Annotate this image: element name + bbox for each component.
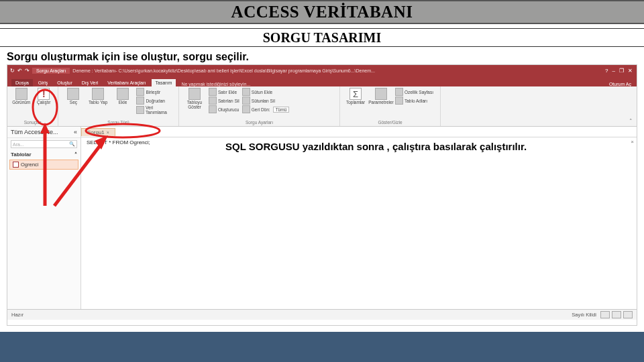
tablenames-button[interactable]: Tablo Adları [395,97,433,105]
context-tab-label: Sorgu Araçları [32,68,70,74]
view-label: Görünüm [12,101,30,105]
insert-rows-icon [209,88,217,96]
inscols-label: Sütun Ekle [252,90,272,95]
datadef-icon [136,106,144,114]
tab-disveri[interactable]: Dış Veri [78,79,103,86]
tablenames-icon [395,97,403,105]
delrows-label: Satırları Sil [218,99,239,103]
collapse-ribbon-icon[interactable]: ˄ [629,118,633,125]
builder-button[interactable]: Oluşturucu [209,105,239,113]
return-value: Tümü [273,107,290,113]
delete-cols-icon [242,97,250,105]
sql-editor[interactable]: SELECT * FROM Ogrenci; × [81,137,637,309]
return-select[interactable]: Geri Dön:Tümü [242,105,289,113]
return-icon [242,105,250,113]
tab-olustur[interactable]: Oluştur [53,79,76,86]
run-label: Çalıştır [37,101,51,105]
builder-icon [209,105,217,113]
window-help-icon[interactable]: ? [605,68,608,74]
passthrough-icon [136,97,144,105]
union-label: Birleştir [146,90,160,95]
doc-tab-close-icon[interactable]: × [107,130,109,135]
slide-title: ACCESS VERİTABANI [231,3,413,21]
showtable-label: Tabloyu Göster [183,101,206,110]
window-restore-icon[interactable]: ❐ [619,68,624,74]
delete-rows-icon [209,97,217,105]
passthrough-button[interactable]: Doğrudan [136,97,174,105]
nav-item-ogrenci[interactable]: Ogrenci [9,160,78,170]
group-querysetup-label: Sorgu Ayarları [183,120,335,125]
insert-cols-icon [242,88,250,96]
nav-category-tables[interactable]: Tablolar [11,152,32,158]
parameters-button[interactable]: Parametreler [370,88,392,105]
propsheet-label: Özellik Sayfası [405,90,433,95]
window-close-icon[interactable]: ✕ [628,68,633,74]
tab-tasarim[interactable]: Tasarım [152,79,176,86]
sign-in[interactable]: Oturum Aç [609,82,631,86]
tab-giris[interactable]: Giriş [34,79,52,86]
union-button[interactable]: Birleştir [136,88,174,96]
maketable-button[interactable]: Tablo Yap [87,88,109,105]
view-sqlview-icon[interactable] [600,311,610,318]
parameters-label: Parametreler [368,101,394,105]
slide-note: SQL SORGUSU yazıldıktan sonra , çalıştır… [225,141,527,152]
status-bar: Hazır Sayılı Kilidi [7,309,637,320]
propsheet-button[interactable]: Özellik Sayfası [395,88,433,96]
view-design-icon[interactable] [623,311,633,318]
nav-collapse-icon[interactable]: « [74,129,77,135]
run-icon: ! [38,88,50,100]
document-area: Sorgu1 × SELECT * FROM Ogrenci; × [81,127,637,309]
view-button[interactable]: Görünüm [11,88,32,105]
showtable-button[interactable]: Tabloyu Göster [183,88,206,110]
group-querytype-label: Sorgu Türü [62,120,174,125]
datadef-button[interactable]: Veri Tanımlama [136,105,174,115]
view-datasheet-icon[interactable] [612,311,621,318]
append-button[interactable]: Ekle [112,88,134,105]
totals-label: Toplamlar [346,101,365,105]
nav-category-chevron-icon[interactable]: ˄ [74,152,77,158]
totals-button[interactable]: ΣToplamlar [344,88,367,105]
status-left: Hazır [11,312,23,318]
run-button[interactable]: ! Çalıştır [34,88,54,105]
insrows-label: Satır Ekle [218,90,237,95]
group-results-label: Sonuçlar [11,120,54,125]
slide-subtitle: SORGU TASARIMI [263,30,382,46]
maketable-icon [92,88,104,100]
window-minimize-icon[interactable]: – [612,68,615,74]
nav-search-input[interactable]: Ara... [11,140,77,148]
ribbon-tabs: Dosya Giriş Oluştur Dış Veri Veritabanı … [7,76,637,86]
datadef-label: Veri Tanımlama [146,105,174,115]
propsheet-icon [395,88,403,96]
union-icon [136,88,144,96]
doc-tab-label: Sorgu1 [87,129,105,135]
delete-cols-button[interactable]: Sütunları Sil [242,97,289,105]
select-label: Seç [70,101,77,105]
view-icon [15,88,28,100]
tell-me[interactable]: Ne yapmak istediğinizi söyleyin... [181,82,250,86]
slide-subtitle-bar: SORGU TASARIMI [0,28,644,47]
tab-vtaraclari[interactable]: Veritabanı Araçları [103,79,150,86]
doc-tab-sorgu1[interactable]: Sorgu1 × [81,128,115,136]
delete-rows-button[interactable]: Satırları Sil [209,97,239,105]
qat-undo-icon[interactable]: ↶ [17,68,22,74]
qat-reload-icon[interactable]: ↻ [10,68,15,74]
app-body: Tüm Access Ne... « Ara... Tablolar ˄ Ogr… [7,127,637,309]
group-showhide-label: Göster/Gizle [344,120,436,125]
insert-cols-button[interactable]: Sütun Ekle [242,88,289,96]
maketable-label: Tablo Yap [89,101,107,105]
slide-footer-band [0,332,644,362]
tab-dosya[interactable]: Dosya [11,79,33,86]
slide-title-bar: ACCESS VERİTABANI [0,0,644,24]
nav-item-label: Ogrenci [21,162,38,168]
slide-lead-text: Sorgu oluşturmak için ise oluştur, sorgu… [7,51,644,63]
access-screenshot: ↻ ↶ ↷ Sorgu Araçları Deneme : Veritabanı… [7,64,637,326]
insert-rows-button[interactable]: Satır Ekle [209,88,239,96]
tablenames-label: Tablo Adları [405,99,427,103]
qat-redo-icon[interactable]: ↷ [25,68,30,74]
return-label: Geri Dön: [252,107,270,112]
delcols-label: Sütunları Sil [252,99,275,103]
append-label: Ekle [119,101,127,105]
nav-header-label: Tüm Access Ne... [11,129,58,135]
pane-close-icon[interactable]: × [631,139,634,145]
select-query-button[interactable]: Seç [62,88,85,105]
